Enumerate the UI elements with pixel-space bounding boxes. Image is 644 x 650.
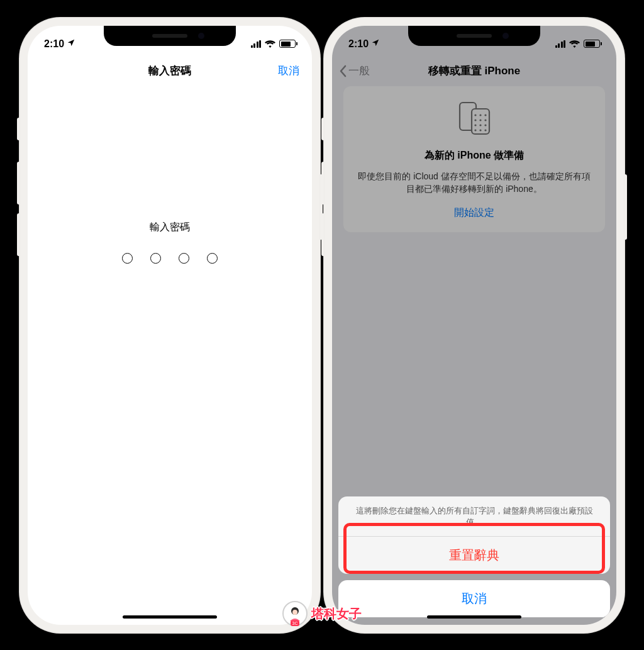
svg-point-15 <box>292 610 297 615</box>
status-time: 2:10 <box>44 38 64 50</box>
location-icon <box>67 38 75 50</box>
battery-icon <box>279 40 296 48</box>
passcode-dot <box>150 253 161 264</box>
phone-frame-right: 2:10 一般 移轉或重置 iPhone <box>323 17 625 634</box>
signal-icon <box>251 40 262 48</box>
reset-dictionary-button[interactable]: 重置辭典 <box>338 537 610 574</box>
passcode-dot <box>179 253 189 264</box>
signal-icon <box>555 40 566 48</box>
status-time: 2:10 <box>348 38 369 50</box>
watermark-text: 塔科女子 <box>311 605 362 622</box>
sheet-group: 這將刪除您在鍵盤輸入的所有自訂字詞，鍵盤辭典將回復出廠預設值。 重置辭典 <box>338 496 610 573</box>
action-sheet: 這將刪除您在鍵盤輸入的所有自訂字詞，鍵盤辭典將回復出廠預設值。 重置辭典 取消 <box>338 496 610 617</box>
sheet-message: 這將刪除您在鍵盤輸入的所有自訂字詞，鍵盤辭典將回復出廠預設值。 <box>338 496 610 536</box>
cancel-button[interactable]: 取消 <box>278 64 299 78</box>
passcode-area: 輸入密碼 <box>28 221 312 264</box>
notch <box>408 26 540 46</box>
passcode-prompt: 輸入密碼 <box>150 221 190 234</box>
wifi-icon <box>569 40 580 48</box>
watermark-avatar: 3C <box>282 601 308 626</box>
wifi-icon <box>265 40 275 48</box>
notch <box>104 26 236 46</box>
battery-icon <box>584 40 600 48</box>
passcode-dot <box>207 253 218 264</box>
screen-passcode: 2:10 輸入密碼 取消 輸入密碼 <box>28 26 312 625</box>
passcode-dots[interactable] <box>122 253 218 264</box>
watermark-tag: 3C <box>291 620 300 626</box>
nav-bar: 輸入密碼 取消 <box>28 56 312 86</box>
home-indicator[interactable] <box>427 615 521 619</box>
home-indicator[interactable] <box>123 615 217 619</box>
location-icon <box>371 38 380 50</box>
nav-title: 輸入密碼 <box>148 64 191 78</box>
screen-transfer-reset: 2:10 一般 移轉或重置 iPhone <box>332 26 616 625</box>
watermark: 3C 塔科女子 <box>282 601 362 626</box>
passcode-dot <box>122 253 133 264</box>
phone-frame-left: 2:10 輸入密碼 取消 輸入密碼 <box>19 17 321 634</box>
